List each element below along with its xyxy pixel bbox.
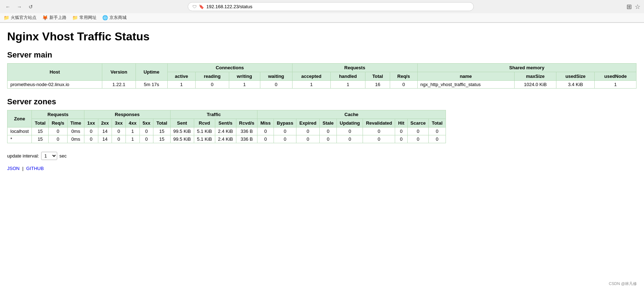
cell-sz-sent: 99.5 KiB	[170, 128, 194, 135]
col-active: active	[167, 72, 196, 81]
cell-zone: *	[8, 135, 32, 143]
cell-sz-sent: 99.5 KiB	[170, 135, 194, 143]
cell-name: ngx_http_vhost_traffic_status	[417, 81, 514, 89]
forward-button[interactable]: →	[15, 2, 24, 11]
cell-writing: 1	[229, 81, 260, 89]
cell-sz-updating: 0	[337, 135, 363, 143]
cell-handled: 1	[330, 81, 365, 89]
col-sz-sent-s: Sent/s	[215, 119, 236, 128]
cell-sz-3xx: 0	[112, 135, 126, 143]
back-button[interactable]: ←	[4, 2, 12, 11]
col-version: Version	[102, 64, 136, 81]
bookmark-button[interactable]: ☆	[635, 3, 640, 11]
table-row: * 15 0 0ms 0 14 0 1 0 15 99.5 KiB 5.1 Ki…	[8, 135, 446, 143]
col-maxsize: maxSize	[514, 72, 556, 81]
server-zones-header-row1: Zone Requests Responses Traffic Cache	[8, 110, 446, 119]
browser-actions: ⊞ ☆	[626, 3, 640, 11]
cell-zone: localhost	[8, 128, 32, 135]
cell-sz-rcvd: 5.1 KiB	[194, 135, 215, 143]
cell-sz-1xx: 0	[84, 135, 98, 143]
col-sz-hit: Hit	[395, 119, 407, 128]
cell-reqs: 0	[390, 81, 417, 89]
server-main-table: Host Version Uptime Connections Requests…	[7, 63, 636, 89]
cell-usednode: 1	[595, 81, 636, 89]
server-zones-title: Server zones	[7, 97, 636, 106]
col-writing: writing	[229, 72, 260, 81]
bookmark-newuser[interactable]: 🦊 新手上路	[42, 15, 67, 21]
browser-chrome: ← → ↺ 🛡 🔖 192.168.122.23/status ⊞ ☆ 📁 火狐…	[0, 0, 644, 23]
col-sz-rcvd: Rcvd	[194, 119, 215, 128]
server-main-title: Server main	[7, 50, 636, 60]
link-separator: |	[22, 166, 25, 171]
url-text: 192.168.122.23/status	[206, 4, 252, 9]
col-sz-expired: Expired	[296, 119, 320, 128]
cell-sz-5xx: 0	[139, 135, 153, 143]
cell-accepted: 1	[292, 81, 330, 89]
cell-sz-updating: 0	[337, 128, 363, 135]
folder-icon-2: 📁	[72, 15, 78, 20]
cell-sz-miss: 0	[257, 128, 274, 135]
cell-sz-3xx: 0	[112, 128, 126, 135]
bookmark-jd[interactable]: 🌐 京东商城	[102, 15, 127, 21]
cell-sz-reqs: 0	[49, 135, 67, 143]
bookmark-common[interactable]: 📁 常用网址	[72, 15, 97, 21]
cell-sz-rcvd: 5.1 KiB	[194, 128, 215, 135]
refresh-button[interactable]: ↺	[26, 2, 35, 11]
col-sz-3xx: 3xx	[112, 119, 126, 128]
col-sz-sent: Sent	[170, 119, 194, 128]
github-link[interactable]: GITHUB	[26, 166, 44, 171]
col-sz-updating: Updating	[337, 119, 363, 128]
footer-links: JSON | GITHUB	[7, 166, 636, 171]
cell-sz-resp-total: 15	[153, 128, 170, 135]
col-sz-stale: Stale	[320, 119, 337, 128]
col-requests-group: Requests	[32, 110, 84, 119]
col-sz-2xx: 2xx	[98, 119, 112, 128]
bookmark-label: 常用网址	[79, 15, 97, 21]
col-sz-revalidated: Revalidated	[363, 119, 395, 128]
col-sz-bypass: Bypass	[274, 119, 296, 128]
cell-sz-expired: 0	[296, 128, 320, 135]
bookmark-label: 京东商城	[109, 15, 127, 21]
cell-sz-hit: 0	[395, 128, 407, 135]
security-icon: 🛡	[192, 4, 197, 9]
cell-waiting: 0	[260, 81, 292, 89]
bookmark-label: 新手上路	[49, 15, 67, 21]
update-interval-row: update interval: 1 2 5 10 sec	[7, 152, 636, 160]
col-host: Host	[8, 64, 102, 81]
cell-sz-rcvd-s: 336 B	[236, 128, 257, 135]
cell-sz-5xx: 0	[139, 128, 153, 135]
col-waiting: waiting	[260, 72, 292, 81]
cell-sz-cache-total: 0	[429, 128, 446, 135]
col-reading: reading	[196, 72, 229, 81]
col-shared-memory: Shared memory	[417, 64, 636, 72]
json-link[interactable]: JSON	[7, 166, 20, 171]
cell-sz-sent-s: 2.4 KiB	[215, 135, 236, 143]
cell-sz-rcvd-s: 336 B	[236, 135, 257, 143]
col-zone: Zone	[8, 110, 32, 128]
cell-active: 1	[167, 81, 196, 89]
address-bar[interactable]: 🛡 🔖 192.168.122.23/status	[188, 2, 474, 11]
cell-sz-time: 0ms	[67, 135, 84, 143]
col-sz-resp-total: Total	[153, 119, 170, 128]
col-sz-scarce: Scarce	[407, 119, 429, 128]
cell-sz-bypass: 0	[274, 135, 296, 143]
col-sz-miss: Miss	[257, 119, 274, 128]
interval-select[interactable]: 1 2 5 10	[41, 152, 57, 160]
browser-toolbar: ← → ↺ 🛡 🔖 192.168.122.23/status ⊞ ☆	[0, 0, 644, 13]
col-sz-rcvd-s: Rcvd/s	[236, 119, 257, 128]
bookmarks-bar: 📁 火狐官方站点 🦊 新手上路 📁 常用网址 🌐 京东商城	[0, 13, 644, 22]
cell-sz-hit: 0	[395, 135, 407, 143]
col-handled: handled	[330, 72, 365, 81]
qr-code-button[interactable]: ⊞	[626, 3, 632, 11]
cell-sz-2xx: 14	[98, 135, 112, 143]
firefox-icon: 🦊	[42, 15, 48, 20]
col-sz-reqs: Req/s	[49, 119, 67, 128]
cell-host: prometheus-node-02.linux.io	[8, 81, 102, 89]
col-cache-group: Cache	[257, 110, 446, 119]
cell-sz-4xx: 1	[126, 128, 140, 135]
col-sz-4xx: 4xx	[126, 119, 140, 128]
cell-sz-reqs: 0	[49, 128, 67, 135]
server-zones-section: Server zones Zone Requests Responses Tra…	[7, 97, 636, 143]
page-content: Nginx Vhost Traffic Status Server main H…	[0, 23, 644, 178]
bookmark-firefox[interactable]: 📁 火狐官方站点	[4, 15, 36, 21]
